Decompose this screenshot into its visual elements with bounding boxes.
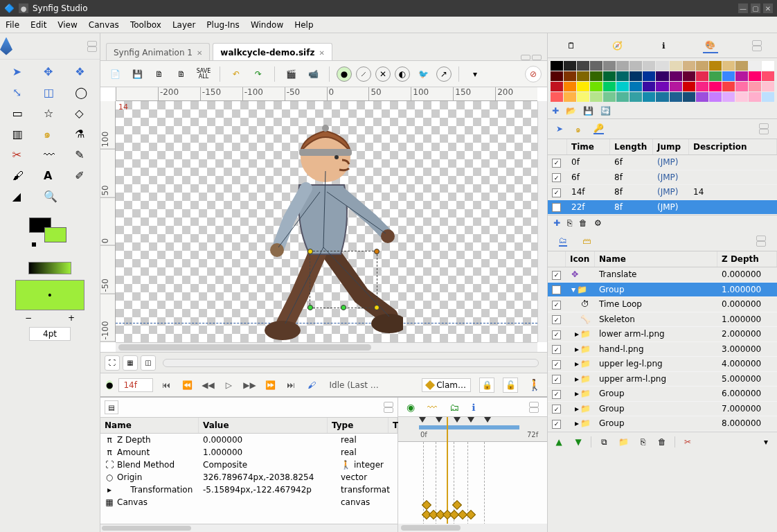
kf-dup-button[interactable]: ⎘	[567, 218, 572, 228]
tool-spline[interactable]: 〰	[34, 145, 65, 166]
palette-swatch[interactable]	[643, 71, 655, 81]
palette-swatch[interactable]	[696, 61, 708, 71]
stroke-plus[interactable]: +	[68, 313, 75, 323]
timetrack-scroll[interactable]	[398, 524, 547, 532]
param-row[interactable]: ▸ Transformation-5.15894px,-122.467942pt…	[100, 484, 398, 496]
time-ruler[interactable]: 0f 72f	[398, 417, 547, 442]
layers-col-z[interactable]: Z Depth	[717, 251, 777, 267]
tool-pointer[interactable]: ➤	[3, 62, 34, 83]
palette-swatch[interactable]	[643, 61, 655, 71]
palette-swatch[interactable]	[683, 71, 695, 81]
palette-swatch[interactable]	[643, 92, 655, 102]
palette-swatch[interactable]	[670, 92, 682, 102]
palette-swatch[interactable]	[551, 71, 563, 81]
keyframe-row[interactable]: 0f6f(JMP)	[548, 155, 777, 170]
palette-swatch[interactable]	[656, 92, 668, 102]
palette-swatch[interactable]	[551, 82, 563, 91]
handle-tan[interactable]: ⟋	[356, 66, 371, 82]
kf-props-button[interactable]: ⚙	[594, 218, 602, 228]
menu-layer[interactable]: Layer	[172, 20, 195, 30]
tool-zoom[interactable]: 🔍	[34, 187, 65, 208]
preview-button[interactable]: 📹	[304, 65, 322, 83]
tab-palette-icon[interactable]: 🎨	[703, 38, 718, 53]
palette-swatch[interactable]	[564, 82, 576, 91]
layer-row[interactable]: ▸ 📁hand-l.png3.000000	[548, 342, 777, 357]
tab-walkcycle[interactable]: walkcycle-demo.sifz✕	[213, 43, 332, 60]
params-scroll[interactable]	[100, 524, 398, 532]
new-doc-button[interactable]: 📄	[106, 65, 124, 83]
palette-swatch[interactable]	[670, 61, 682, 71]
param-row[interactable]: ⛶Blend MethodComposite🚶integer	[100, 459, 398, 471]
tool-mirror[interactable]: ◫	[34, 83, 65, 104]
timetrack-tab-meta[interactable]: ℹ	[472, 402, 475, 413]
tool-star[interactable]: ☆	[34, 104, 65, 125]
palette-swatch[interactable]	[603, 71, 616, 81]
kf-col-jump[interactable]: Jump	[653, 139, 689, 154]
undo-button[interactable]: ↶	[227, 65, 245, 83]
tool-move[interactable]: ✥	[34, 62, 65, 83]
layer-row[interactable]: ▸ 📁Group8.000000	[548, 416, 777, 432]
palette-swatch[interactable]	[629, 92, 642, 102]
lock-button[interactable]: 🔒	[479, 378, 494, 393]
palette-swatch[interactable]	[722, 92, 735, 102]
palette-swatch[interactable]	[709, 82, 722, 91]
kf-tab-onion-icon[interactable]: ๑	[575, 123, 581, 136]
palette-swatch[interactable]	[629, 71, 642, 81]
palette-open-button[interactable]: 📂	[566, 106, 576, 116]
lock-past-button[interactable]: 🔓	[503, 378, 518, 393]
layer-row[interactable]: ▸ 📁upper arm-l.png5.000000	[548, 372, 777, 387]
handle-pos[interactable]: ●	[337, 66, 352, 82]
palette-swatch[interactable]	[629, 61, 642, 71]
tab-notes-icon[interactable]: 🗒	[564, 38, 579, 53]
palette-swatch[interactable]	[590, 61, 602, 71]
stroke-minus[interactable]: −	[25, 313, 32, 323]
layer-row[interactable]: ▾ 📁Group1.000000	[548, 283, 777, 298]
layer-row[interactable]: ▸ 📁lower arm-l.png2.000000	[548, 327, 777, 342]
layer-menu-button[interactable]: ▾	[759, 435, 773, 449]
menu-file[interactable]: File	[6, 20, 19, 30]
palette-swatch[interactable]	[577, 61, 589, 71]
palette-swatch[interactable]	[629, 82, 642, 91]
palette-swatch[interactable]	[603, 92, 616, 102]
handle-link[interactable]: ✕	[375, 66, 391, 82]
palette-swatch[interactable]	[722, 61, 735, 71]
menu-window[interactable]: Window	[251, 20, 283, 30]
keyframe-row[interactable]: 6f8f(JMP)	[548, 170, 777, 186]
kf-del-button[interactable]: 🗑	[579, 218, 587, 228]
layer-row[interactable]: ▸ 📁Group6.000000	[548, 387, 777, 402]
palette-swatch[interactable]	[603, 82, 616, 91]
prev-frame-button[interactable]: ◀◀	[200, 378, 215, 393]
layer-cut-button[interactable]: ✂	[681, 435, 695, 449]
menu-plugins[interactable]: Plug-Ins	[206, 20, 240, 30]
maximize-button[interactable]: ▢	[751, 3, 760, 13]
tab-anim-1[interactable]: Synfig Animation 1✕	[106, 43, 210, 60]
timetrack-tab-anim[interactable]: ◉	[407, 402, 415, 413]
layer-group-button[interactable]: ⧉	[597, 435, 611, 449]
tool-sketch[interactable]: ✐	[66, 166, 97, 187]
palette-swatch[interactable]	[683, 92, 695, 102]
tab-info-icon[interactable]: ℹ	[657, 38, 672, 53]
layers-col-icon[interactable]: Icon	[566, 251, 595, 267]
palette-swatch[interactable]	[683, 61, 695, 71]
palette-swatch[interactable]	[564, 92, 576, 102]
clamp-button[interactable]: Clam…	[422, 378, 471, 392]
zoom-actual-button[interactable]: ◫	[141, 355, 156, 371]
preview-swatch[interactable]	[15, 280, 84, 310]
layers-tab-stack-icon[interactable]: 🗂	[559, 236, 567, 247]
cancel-button[interactable]: ⊘	[525, 66, 542, 82]
param-row[interactable]: ▦Canvascanvas	[100, 496, 398, 508]
next-keyframe-button[interactable]: ⏩	[262, 378, 278, 393]
palette-swatch[interactable]	[603, 61, 616, 71]
params-tab-icon[interactable]: ▤	[105, 400, 118, 414]
palette-swatch[interactable]	[616, 92, 629, 102]
palette-swatch[interactable]	[590, 92, 602, 102]
skeleton-mode-icon[interactable]: 🚶	[528, 378, 542, 391]
palette-swatch[interactable]	[656, 61, 668, 71]
zoom-grid-button[interactable]: ▦	[123, 355, 138, 371]
palette-swatch[interactable]	[643, 82, 655, 91]
palette-swatch[interactable]	[616, 61, 629, 71]
timetrack-tab-curve[interactable]: 〰	[427, 402, 437, 413]
layer-down-button[interactable]: ▼	[571, 435, 585, 449]
palette-swatch[interactable]	[749, 71, 761, 81]
handle-angle[interactable]: ↗	[436, 66, 452, 82]
